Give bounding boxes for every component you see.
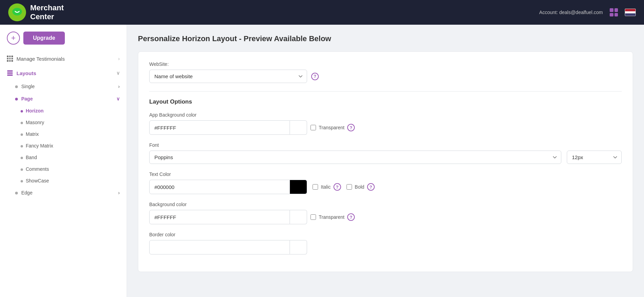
app-bg-color-field: App Background color Transparent ? (149, 112, 622, 135)
website-select[interactable]: Name of website (149, 70, 307, 83)
page-label: Page (21, 96, 33, 102)
edge-chevron: › (118, 190, 120, 195)
app-header: Merchant Center Account: deals@dealfuel.… (0, 0, 644, 25)
page-title: Personalize Horizon Layout - Preview Ava… (138, 34, 633, 43)
page-chevron: ∨ (116, 96, 120, 102)
app-bg-transparent-help-icon[interactable]: ? (347, 124, 355, 131)
upgrade-button[interactable]: Upgrade (23, 32, 65, 45)
font-size-select[interactable]: 8px 10px 11px 12px 14px 16px 18px 20px 2… (567, 151, 622, 164)
sidebar-item-horizon[interactable]: Horizon (0, 105, 127, 117)
border-color-label: Border color (149, 232, 622, 237)
font-row: Poppins 8px 10px 11px 12px 14px 16px 18p… (149, 151, 622, 164)
grid-apps-icon[interactable] (610, 8, 618, 16)
bg-color-label: Background color (149, 202, 622, 207)
layouts-chevron: ∨ (116, 70, 120, 76)
website-select-row: Name of website ? (149, 70, 622, 83)
sidebar-item-matrix[interactable]: Matrix (0, 128, 127, 140)
bold-checkbox[interactable] (347, 184, 352, 190)
app-bg-transparent-checkbox[interactable] (311, 125, 316, 130)
text-color-field: Text Color Italic ? Bold ? (149, 171, 622, 194)
sidebar-item-showcase[interactable]: ShowCase (0, 175, 127, 187)
manage-testimonials-chevron: › (118, 56, 120, 61)
italic-help-icon[interactable]: ? (333, 183, 341, 191)
layout-options-title: Layout Options (149, 98, 622, 105)
add-button[interactable]: + (7, 32, 20, 45)
bg-transparent-label[interactable]: Transparent ? (311, 213, 355, 221)
italic-checkbox[interactable] (313, 184, 318, 190)
sidebar-item-page[interactable]: Page ∨ (0, 93, 127, 105)
text-color-label: Text Color (149, 171, 622, 177)
bg-color-row: Transparent ? (149, 210, 622, 224)
svg-rect-2 (7, 72, 13, 74)
horizon-label: Horizon (26, 108, 44, 114)
app-title: Merchant Center (30, 3, 64, 22)
font-field: Font Poppins 8px 10px 11px 12px 14px 16p… (149, 142, 622, 164)
band-label: Band (26, 155, 37, 160)
font-label: Font (149, 142, 622, 148)
italic-label[interactable]: Italic ? (313, 183, 341, 191)
app-body: + Upgrade Manage Testimonials › Layouts … (0, 25, 644, 297)
sidebar-item-edge[interactable]: Edge › (0, 187, 127, 199)
language-flag-icon[interactable] (625, 9, 636, 16)
app-bg-color-input-group (149, 120, 307, 135)
text-color-row: Italic ? Bold ? (149, 180, 622, 194)
sidebar-top: + Upgrade (0, 32, 127, 51)
app-bg-color-input[interactable] (149, 120, 290, 135)
showcase-label: ShowCase (26, 178, 49, 183)
main-content: Personalize Horizon Layout - Preview Ava… (127, 25, 644, 297)
app-bg-color-swatch[interactable] (290, 120, 307, 135)
sidebar-item-manage-testimonials[interactable]: Manage Testimonials › (0, 51, 127, 66)
border-color-row (149, 240, 622, 254)
bg-color-input[interactable] (149, 210, 290, 224)
bg-color-field: Background color Transparent ? (149, 202, 622, 224)
app-bg-color-row: Transparent ? (149, 120, 622, 135)
edge-label: Edge (21, 190, 33, 195)
sidebar-item-comments[interactable]: Comments (0, 163, 127, 175)
bold-help-icon[interactable]: ? (367, 183, 375, 191)
header-right: Account: deals@dealfuel.com (539, 8, 636, 16)
bg-transparent-help-icon[interactable]: ? (347, 213, 355, 221)
masonry-label: Masonry (26, 120, 44, 125)
sidebar: + Upgrade Manage Testimonials › Layouts … (0, 25, 127, 297)
sidebar-item-layouts[interactable]: Layouts ∨ (0, 66, 127, 80)
app-bg-color-label: App Background color (149, 112, 622, 118)
account-label: Account: deals@dealfuel.com (539, 10, 603, 15)
border-color-swatch[interactable] (290, 240, 307, 254)
sidebar-item-masonry[interactable]: Masonry (0, 117, 127, 128)
border-color-field: Border color (149, 232, 622, 254)
logo-icon (8, 3, 26, 21)
border-color-input[interactable] (149, 240, 290, 254)
manage-testimonials-icon (7, 56, 13, 62)
app-bg-transparent-label[interactable]: Transparent ? (311, 124, 355, 131)
text-color-swatch[interactable] (290, 180, 307, 194)
bg-color-input-group (149, 210, 307, 224)
svg-rect-3 (7, 74, 13, 76)
fancy-matrix-label: Fancy Matrix (26, 143, 53, 148)
bg-transparent-checkbox[interactable] (311, 214, 316, 220)
layouts-label: Layouts (16, 70, 113, 76)
single-chevron: › (118, 84, 120, 89)
font-select[interactable]: Poppins (149, 151, 561, 164)
manage-testimonials-label: Manage Testimonials (16, 56, 115, 62)
svg-rect-1 (7, 70, 13, 72)
sidebar-item-fancy-matrix[interactable]: Fancy Matrix (0, 140, 127, 152)
comments-label: Comments (26, 166, 49, 172)
settings-card: WebSite: Name of website ? Layout Option… (138, 51, 633, 272)
divider-1 (149, 91, 622, 92)
layers-icon (7, 70, 13, 76)
text-color-input-group (149, 180, 307, 194)
website-field-group: WebSite: Name of website ? (149, 61, 622, 83)
sidebar-item-band[interactable]: Band (0, 152, 127, 163)
sidebar-item-single[interactable]: Single › (0, 80, 127, 93)
header-logo-group: Merchant Center (8, 3, 64, 22)
text-color-input[interactable] (149, 180, 290, 194)
border-color-input-group (149, 240, 307, 254)
bold-label[interactable]: Bold ? (347, 183, 375, 191)
website-help-icon[interactable]: ? (311, 73, 319, 80)
matrix-label: Matrix (26, 131, 39, 137)
bg-color-swatch[interactable] (290, 210, 307, 224)
single-label: Single (21, 84, 35, 89)
website-label: WebSite: (149, 61, 622, 67)
